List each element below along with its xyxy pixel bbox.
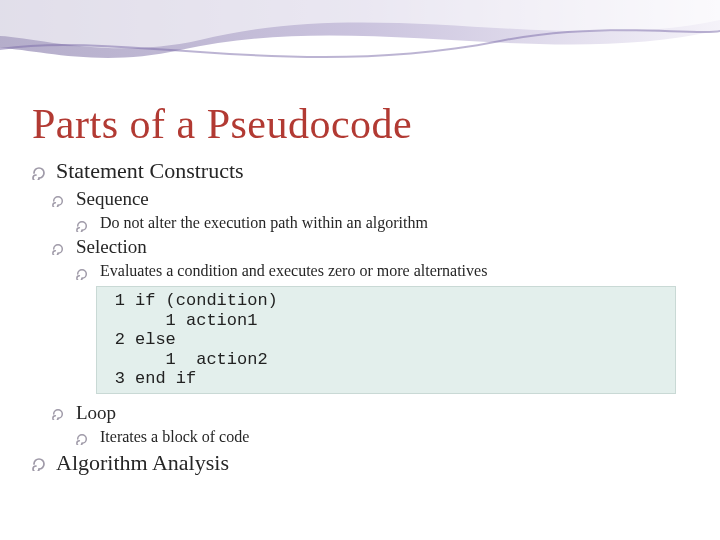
- decorative-wave: [0, 0, 720, 90]
- code-text: if (condition): [135, 291, 675, 311]
- swirl-bullet-icon: [76, 268, 90, 282]
- swirl-bullet-icon: [52, 243, 66, 257]
- code-text: else: [135, 330, 675, 350]
- code-row: . 1 action2: [97, 350, 675, 370]
- bullet-sequence: Sequence: [52, 188, 688, 210]
- code-row: 2 else: [97, 330, 675, 350]
- swirl-bullet-icon: [76, 433, 90, 447]
- code-row: . 1 action1: [97, 311, 675, 331]
- swirl-bullet-icon: [32, 457, 46, 471]
- bullet-text: Selection: [76, 236, 147, 257]
- bullet-statement-constructs: Statement Constructs: [32, 158, 688, 184]
- code-line-number: 3: [97, 369, 135, 389]
- bullet-text: Sequence: [76, 188, 149, 209]
- code-line-number: 2: [97, 330, 135, 350]
- bullet-text: Algorithm Analysis: [56, 450, 229, 475]
- code-row: 1 if (condition): [97, 291, 675, 311]
- swirl-bullet-icon: [32, 166, 46, 180]
- swirl-bullet-icon: [52, 195, 66, 209]
- bullet-text: Iterates a block of code: [100, 428, 249, 445]
- code-row: 3 end if: [97, 369, 675, 389]
- bullet-text: Evaluates a condition and executes zero …: [100, 262, 487, 279]
- code-text: end if: [135, 369, 675, 389]
- code-text: 1 action1: [135, 311, 675, 331]
- content-body: Parts of a Pseudocode Statement Construc…: [32, 100, 688, 480]
- bullet-selection-detail: Evaluates a condition and executes zero …: [76, 262, 688, 280]
- pseudocode-block: 1 if (condition) . 1 action1 2 else . 1 …: [96, 286, 676, 394]
- slide-title: Parts of a Pseudocode: [32, 100, 688, 148]
- swirl-bullet-icon: [52, 408, 66, 422]
- swirl-bullet-icon: [76, 220, 90, 234]
- bullet-text: Loop: [76, 402, 116, 423]
- bullet-algorithm-analysis: Algorithm Analysis: [32, 450, 688, 476]
- bullet-loop: Loop: [52, 402, 688, 424]
- bullet-loop-detail: Iterates a block of code: [76, 428, 688, 446]
- code-text: 1 action2: [135, 350, 675, 370]
- code-line-number: 1: [97, 291, 135, 311]
- bullet-selection: Selection: [52, 236, 688, 258]
- bullet-text: Statement Constructs: [56, 158, 244, 183]
- bullet-text: Do not alter the execution path within a…: [100, 214, 428, 231]
- bullet-sequence-detail: Do not alter the execution path within a…: [76, 214, 688, 232]
- slide: Parts of a Pseudocode Statement Construc…: [0, 0, 720, 540]
